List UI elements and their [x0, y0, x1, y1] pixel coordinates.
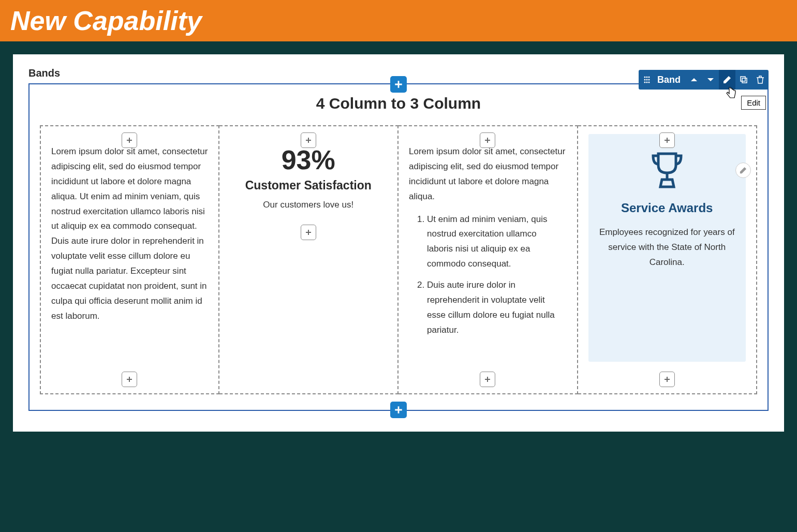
svg-point-3 [644, 79, 646, 81]
stat-label: Customer Satisfaction [230, 178, 388, 194]
stat-value: 93% [230, 144, 388, 175]
add-content-bottom-button[interactable] [122, 372, 137, 387]
band-toolbar: Band [639, 70, 769, 90]
delete-button[interactable] [752, 70, 769, 90]
add-content-top-button[interactable] [122, 132, 137, 148]
drag-handle-icon[interactable] [639, 70, 655, 90]
edit-button[interactable] [719, 70, 735, 90]
svg-point-7 [646, 82, 648, 83]
move-up-button[interactable] [686, 70, 702, 90]
band-title: 4 Column to 3 Column [40, 95, 757, 112]
svg-point-4 [646, 79, 648, 81]
toolbar-label: Band [655, 75, 686, 85]
card-title: Service Awards [599, 201, 736, 216]
move-down-button[interactable] [702, 70, 719, 90]
trophy-icon [599, 150, 736, 193]
add-content-bottom-button[interactable] [659, 372, 675, 387]
canvas: Bands Band Edit [13, 54, 784, 432]
stat-subtext: Our customers love us! [230, 200, 388, 210]
duplicate-button[interactable] [735, 70, 752, 90]
columns-grid: Lorem ipsum dolor sit amet, consectetur … [40, 125, 757, 394]
svg-point-8 [648, 82, 650, 83]
svg-point-0 [644, 77, 646, 78]
column-3-intro: Lorem ipsum dolor sit amet, consectetur … [409, 144, 567, 204]
svg-rect-10 [742, 78, 747, 83]
band-container[interactable]: 4 Column to 3 Column Lorem ipsum dolor s… [28, 83, 769, 411]
tooltip: Edit [741, 96, 766, 110]
page-title: New Capability [10, 5, 787, 36]
add-content-bottom-button[interactable] [480, 372, 495, 387]
list-item: Ut enim ad minim veniam, quis nostrud ex… [427, 212, 567, 272]
canvas-wrap: Bands Band Edit [0, 41, 797, 445]
add-band-below-button[interactable] [390, 402, 407, 418]
column-3[interactable]: Lorem ipsum dolor sit amet, consectetur … [398, 125, 578, 394]
svg-point-1 [646, 77, 648, 78]
svg-rect-9 [741, 77, 745, 81]
card[interactable]: Service Awards Employees recognized for … [588, 134, 746, 362]
column-1[interactable]: Lorem ipsum dolor sit amet, consectetur … [40, 125, 219, 394]
column-4[interactable]: Service Awards Employees recognized for … [578, 125, 758, 394]
header-banner: New Capability [0, 0, 797, 41]
add-content-top-button[interactable] [659, 132, 675, 148]
svg-point-2 [648, 77, 650, 78]
column-1-text: Lorem ipsum dolor sit amet, consectetur … [51, 144, 208, 324]
column-2[interactable]: 93% Customer Satisfaction Our customers … [219, 125, 399, 394]
svg-point-6 [644, 82, 646, 83]
card-edit-button[interactable] [735, 162, 751, 178]
svg-point-5 [648, 79, 650, 81]
add-content-top-button[interactable] [480, 132, 495, 148]
column-3-list: Ut enim ad minim veniam, quis nostrud ex… [409, 212, 567, 338]
card-body: Employees recognized for years of servic… [599, 225, 736, 270]
add-content-top-button[interactable] [301, 132, 316, 148]
add-band-above-button[interactable] [390, 76, 407, 93]
list-item: Duis aute irure dolor in reprehenderit i… [427, 278, 567, 338]
add-content-bottom-button[interactable] [301, 225, 316, 240]
